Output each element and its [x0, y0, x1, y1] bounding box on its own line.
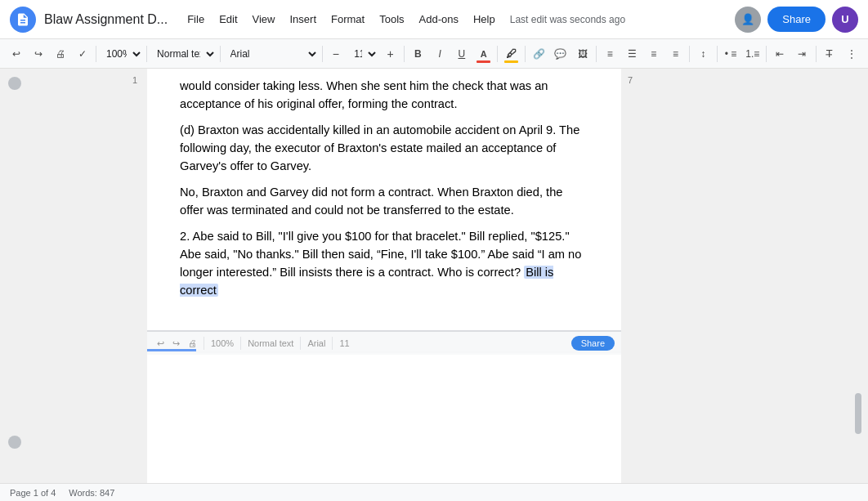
paragraph-2: 2. Abe said to Bill, "I'll give you $100… [180, 227, 588, 299]
title-bar: Blaw Assignment D... File Edit View Inse… [0, 0, 868, 39]
spellcheck-button[interactable]: ✓ [72, 42, 92, 65]
bold-button[interactable]: B [408, 42, 428, 65]
line-number-1: 1 [132, 75, 137, 85]
increase-indent-button[interactable]: ⇥ [792, 42, 812, 65]
menu-tools[interactable]: Tools [373, 8, 410, 30]
justify-button[interactable]: ≡ [665, 42, 686, 65]
app-logo [10, 7, 36, 33]
divider-3 [220, 46, 221, 62]
top-right-actions: 👤 Share U [735, 7, 858, 33]
underline-button[interactable]: U [452, 42, 472, 65]
share-overlay: Share [571, 336, 615, 351]
menu-help[interactable]: Help [467, 8, 502, 30]
bottom-toolbar-overlay: ↩ ↪ 🖨 100% Normal text Arial 11 [147, 332, 621, 355]
divider-2 [146, 46, 147, 62]
divider-4 [322, 46, 323, 62]
menu-edit[interactable]: Edit [213, 8, 244, 30]
menu-view[interactable]: View [246, 8, 282, 30]
left-icon-bottom [7, 434, 23, 450]
divider-8 [596, 46, 597, 62]
paragraph-d-answer: No, Braxton and Garvey did not form a co… [180, 183, 588, 219]
line-spacing-button[interactable]: ↕ [693, 42, 714, 65]
more-options-button[interactable]: ⋮ [841, 42, 861, 65]
left-margin: 1 [0, 69, 147, 483]
decrease-font-button[interactable]: − [325, 42, 346, 65]
divider-12 [816, 46, 817, 62]
redo-button[interactable]: ↪ [29, 42, 49, 65]
increase-font-button[interactable]: + [380, 42, 400, 65]
divider-1 [96, 46, 96, 62]
zoom-select[interactable]: 100% 75% 125% 150% [100, 46, 143, 62]
link-button[interactable]: 🔗 [529, 42, 549, 65]
highlight-color-button[interactable]: 🖊 [501, 42, 521, 65]
divider-9 [689, 46, 690, 62]
doc-title[interactable]: Blaw Assignment D... [44, 12, 168, 27]
menu-insert[interactable]: Insert [283, 8, 323, 30]
clear-format-button[interactable]: T̶ [819, 42, 839, 65]
numbered-list-button[interactable]: 1.≡ [742, 42, 763, 65]
menu-format[interactable]: Format [324, 8, 371, 30]
paragraph-d: (d) Braxton was accidentally killed in a… [180, 121, 588, 175]
text-color-button[interactable]: A [473, 42, 494, 65]
divider-6 [497, 46, 498, 62]
last-edit: Last edit was seconds ago [510, 14, 625, 25]
decrease-indent-button[interactable]: ⇤ [770, 42, 790, 65]
paragraph-style-select[interactable]: Normal text Heading 1 Heading 2 [150, 46, 217, 62]
document-content-top: would consider taking less. When she sen… [180, 77, 588, 299]
align-center-button[interactable]: ☰ [622, 42, 642, 65]
document-row: 1 would consider taking less. When she s… [0, 69, 868, 483]
ruler-indicator [147, 349, 196, 351]
italic-button[interactable]: I [430, 42, 450, 65]
font-select[interactable]: Arial Times New Roman Calibri [224, 46, 319, 62]
align-right-button[interactable]: ≡ [643, 42, 664, 65]
page-top: would consider taking less. When she sen… [147, 69, 621, 330]
font-size-select[interactable]: 11 10 12 14 [347, 46, 378, 62]
menu-file[interactable]: File [181, 8, 211, 30]
page-bottom [147, 353, 621, 483]
align-left-button[interactable]: ≡ [600, 42, 620, 65]
formatting-toolbar: ↩ ↪ 🖨 ✓ 100% 75% 125% 150% Normal text H… [0, 39, 868, 69]
divider-5 [404, 46, 405, 62]
share-button[interactable]: Share [767, 7, 825, 32]
pages-container: would consider taking less. When she sen… [147, 69, 621, 483]
divider-10 [717, 46, 718, 62]
image-button[interactable]: 🖼 [572, 42, 593, 65]
divider-11 [766, 46, 767, 62]
avatar-primary: U [832, 7, 858, 33]
divider-7 [525, 46, 526, 62]
word-count: Words: 847 [69, 488, 114, 498]
app-window: Blaw Assignment D... File Edit View Inse… [0, 0, 868, 501]
status-bar: Page 1 of 4 Words: 847 [0, 483, 868, 501]
line-number-7: 7 [628, 75, 633, 85]
print-button[interactable]: 🖨 [51, 42, 71, 65]
content-area: 1 would consider taking less. When she s… [0, 69, 868, 483]
undo-button[interactable]: ↩ [7, 42, 27, 65]
comment-button[interactable]: 💬 [550, 42, 570, 65]
page-count: Page 1 of 4 [10, 488, 56, 498]
avatar-secondary: 👤 [735, 7, 761, 33]
scrollbar[interactable] [855, 393, 861, 434]
bullet-list-button[interactable]: • ≡ [721, 42, 741, 65]
menu-bar: File Edit View Insert Format Tools Add-o… [181, 8, 735, 30]
menu-addons[interactable]: Add-ons [413, 8, 465, 30]
page-break-area: ↩ ↪ 🖨 100% Normal text Arial 11 [147, 330, 621, 353]
left-icon-top [7, 75, 23, 92]
continuation-text: would consider taking less. When she sen… [180, 77, 588, 113]
right-margin: 7 [621, 69, 868, 483]
